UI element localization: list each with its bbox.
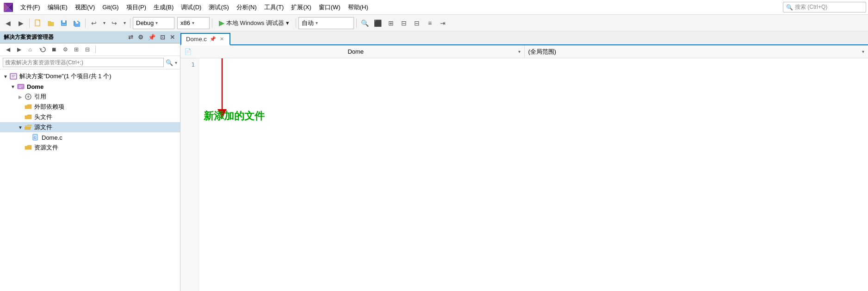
- svg-rect-9: [10, 74, 17, 79]
- new-file-button[interactable]: [32, 17, 44, 29]
- sidebar-search-dropdown-icon[interactable]: ▾: [175, 60, 177, 65]
- undo-dropdown-button[interactable]: ▾: [101, 17, 107, 29]
- toolbar-icon-5[interactable]: ⇥: [437, 17, 449, 29]
- redo-dropdown-button[interactable]: ▾: [121, 17, 128, 29]
- tree-settings-button[interactable]: ⚙: [60, 44, 70, 55]
- editor-scope-left-arrow-icon: ▾: [518, 49, 521, 54]
- tree-stop-button[interactable]: ⏹: [49, 44, 59, 55]
- menu-help[interactable]: 帮助(H): [344, 1, 372, 13]
- tree-refresh-button[interactable]: [38, 44, 48, 55]
- platform-arrow-icon: ▾: [192, 20, 194, 25]
- sidebar-pin-button[interactable]: 📌: [147, 33, 157, 41]
- tree-item-headers[interactable]: ▶ 头文件: [0, 112, 180, 122]
- menu-file[interactable]: 文件(F): [17, 1, 44, 13]
- tree-collapse-button[interactable]: ⊟: [82, 44, 93, 55]
- editor-panel: Dome.c 📌 ✕ 📄 Dome ▾ (全局范围) ▾ 1: [180, 31, 868, 291]
- editor-tabs-bar: Dome.c 📌 ✕: [180, 31, 868, 45]
- tree-item-solution[interactable]: ▼ 解决方案"Dome"(1 个项目/共 1 个): [0, 71, 180, 81]
- expand-solution-icon: ▼: [2, 73, 9, 80]
- title-bar: 文件(F) 编辑(E) 视图(V) Git(G) 项目(P) 生成(B) 调试(…: [0, 0, 868, 15]
- undo-button[interactable]: ↩: [88, 17, 100, 29]
- save-button[interactable]: [58, 17, 70, 29]
- menu-test[interactable]: 测试(S): [205, 1, 232, 13]
- menu-view[interactable]: 视图(V): [71, 1, 99, 13]
- main-area: 解决方案资源管理器 ⇄ ⚙ 📌 ⊡ ✕ ◀ ▶ ⌂ ⏹ ⚙ ⊞ ⊟: [0, 31, 868, 291]
- breakpoint-button[interactable]: ⬛: [372, 17, 384, 29]
- toolbar-icon-1[interactable]: ⊞: [385, 17, 397, 29]
- global-search[interactable]: 🔍 搜索 (Ctrl+Q): [783, 2, 866, 12]
- tree-forward-button[interactable]: ▶: [14, 44, 24, 55]
- sidebar-settings-button[interactable]: ⚙: [136, 33, 145, 41]
- menu-debug[interactable]: 调试(D): [177, 1, 205, 13]
- line-number-1: 1: [180, 60, 195, 69]
- solution-label: 解决方案"Dome"(1 个项目/共 1 个): [19, 72, 111, 80]
- tree-item-project[interactable]: ▼ Dome: [0, 81, 180, 92]
- sidebar-close-button[interactable]: ✕: [168, 33, 176, 41]
- menu-project[interactable]: 项目(P): [123, 1, 150, 13]
- main-toolbar: ◀ ▶ ↩ ▾ ↪ ▾ Debug ▾ x86 ▾ ▶ 本地 Windows 调…: [0, 15, 868, 31]
- menu-edit[interactable]: 编辑(E): [44, 1, 71, 13]
- tree-item-external[interactable]: ▶ 外部依赖项: [0, 102, 180, 112]
- menu-bar: 文件(F) 编辑(E) 视图(V) Git(G) 项目(P) 生成(B) 调试(…: [17, 1, 783, 13]
- code-content-area[interactable]: 新添加的文件: [199, 58, 868, 291]
- toolbar-icon-2[interactable]: ⊟: [398, 17, 410, 29]
- tree-item-ref[interactable]: ▶ 引用: [0, 92, 180, 102]
- tab-dome-c[interactable]: Dome.c 📌 ✕: [180, 33, 230, 45]
- tree-item-dome-c[interactable]: ▶ C Dome.c: [0, 132, 180, 142]
- code-editor[interactable]: 1 新添加的文件: [180, 58, 868, 291]
- expand-sources-icon: ▼: [17, 124, 24, 131]
- toolbar-icon-3[interactable]: ⊟: [411, 17, 423, 29]
- tree-item-resources[interactable]: ▶ 资源文件: [0, 142, 180, 153]
- auto-arrow-icon: ▾: [316, 20, 318, 25]
- build-config-dropdown[interactable]: Debug ▾: [133, 17, 174, 29]
- sidebar-title: 解决方案资源管理器: [4, 33, 54, 41]
- run-debugger-button[interactable]: ▶ 本地 Windows 调试器 ▾: [215, 17, 293, 29]
- auto-dropdown[interactable]: 自动 ▾: [298, 17, 354, 29]
- tree-item-sources[interactable]: ▼ 源文件: [0, 122, 180, 132]
- headers-folder-icon: [24, 113, 32, 121]
- external-folder-icon: [24, 103, 32, 111]
- sidebar-search-input[interactable]: [3, 58, 164, 67]
- tree-expand-button[interactable]: ⊞: [71, 44, 81, 55]
- menu-build[interactable]: 生成(B): [150, 1, 177, 13]
- solution-icon: [9, 72, 18, 80]
- platform-dropdown[interactable]: x86 ▾: [177, 17, 210, 29]
- resources-folder-icon: [24, 143, 32, 152]
- line-numbers: 1: [180, 58, 199, 291]
- tab-pin-icon[interactable]: 📌: [210, 36, 216, 42]
- toolbar-separator-4: [212, 19, 212, 28]
- tree-back-button[interactable]: ◀: [3, 44, 13, 55]
- sidebar-sep: [95, 46, 96, 53]
- nav-forward-button[interactable]: ▶: [15, 17, 27, 29]
- menu-window[interactable]: 窗口(W): [315, 1, 344, 13]
- expand-external-icon: ▶: [17, 103, 24, 111]
- menu-tools[interactable]: 工具(T): [260, 1, 288, 13]
- toolbar-separator-1: [29, 19, 30, 28]
- tab-dome-c-label: Dome.c: [186, 36, 207, 43]
- toolbar-separator-3: [130, 19, 130, 28]
- sidebar-sync-button[interactable]: ⇄: [127, 33, 135, 41]
- external-label: 外部依赖项: [34, 103, 64, 111]
- sidebar-pin-unpin-button[interactable]: ⊡: [159, 33, 167, 41]
- tree-home-button[interactable]: ⌂: [25, 44, 35, 55]
- menu-analyze[interactable]: 分析(N): [233, 1, 260, 13]
- c-file-icon: C: [31, 133, 40, 142]
- editor-scope-dropdown-right[interactable]: (全局范围) ▾: [525, 45, 868, 58]
- editor-scope-left-icon: 📄: [184, 48, 192, 55]
- open-button[interactable]: [45, 17, 57, 29]
- headers-label: 头文件: [34, 113, 52, 121]
- menu-git[interactable]: Git(G): [99, 2, 122, 12]
- toolbar-separator-2: [85, 19, 86, 28]
- expand-headers-icon: ▶: [17, 113, 24, 121]
- tab-close-icon[interactable]: ✕: [219, 36, 225, 43]
- toolbar-icon-4[interactable]: ≡: [424, 17, 436, 29]
- save-all-button[interactable]: [71, 17, 83, 29]
- menu-extensions[interactable]: 扩展(X): [287, 1, 315, 13]
- nav-back-button[interactable]: ◀: [2, 17, 14, 29]
- project-label: Dome: [27, 83, 43, 90]
- sidebar-search-icon[interactable]: 🔍: [166, 59, 173, 66]
- find-button[interactable]: 🔍: [359, 17, 371, 29]
- svg-rect-10: [18, 84, 24, 89]
- redo-button[interactable]: ↪: [108, 17, 120, 29]
- editor-scope-dropdown-left[interactable]: 📄 Dome ▾: [180, 45, 525, 58]
